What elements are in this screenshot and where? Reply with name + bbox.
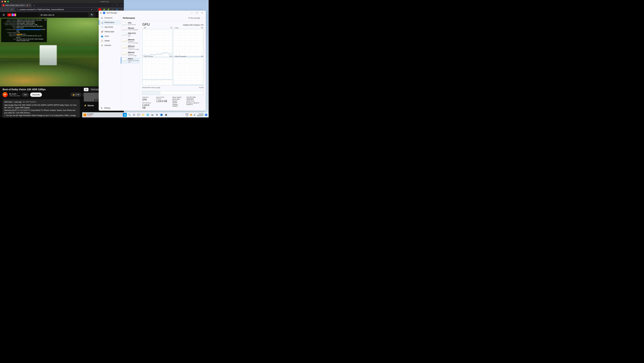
url-text: youtube.com/watch?v=7Plji8OubXU&ab_chann…	[20, 8, 90, 10]
perf-item-memory[interactable]: Memory5.4/8.0 GB (68%)	[121, 26, 140, 32]
like-button[interactable]: 👍171K	[70, 92, 82, 97]
chrome-close-button[interactable]: ✕	[119, 3, 124, 7]
channel-avatar[interactable]: 8K	[2, 92, 8, 97]
perf-item-ethernet[interactable]: EthernetEthernet 5S: 0 R: 16.0 Kbps	[121, 38, 140, 44]
lang-indicator[interactable]: ENG	[186, 113, 188, 115]
back-button[interactable]: ←	[1, 8, 4, 11]
subscribe-button[interactable]: Subscribe	[30, 92, 42, 97]
windows-taskbar: AUD/GBP -0.33% ⊞ 🔍 ⊡ 💬 📁 🌐 🛍 ⚙ 🔵 🖼 ˄ ENG…	[82, 112, 208, 118]
chevron-down-icon: ⌄	[142, 56, 144, 57]
stats-row: Video ID / sCPN7Plji8OubXU / SA9P EKGM W…	[2, 19, 46, 21]
chrome-taskbar-icon[interactable]: 🔵	[160, 113, 164, 117]
detail-title: GPU	[142, 22, 150, 26]
tm-minimize-button[interactable]: —	[189, 11, 194, 15]
stats-close-button[interactable]: [X]	[44, 19, 46, 21]
channel-name[interactable]: 8K Earth ✓	[9, 93, 20, 95]
wifi-icon[interactable]: 📶	[190, 114, 192, 116]
show-more-button[interactable]: ...more	[28, 117, 34, 118]
perf-item-gpu0[interactable]: GPU 0Intel(R) UHD Grap...22%	[121, 57, 140, 64]
tray-expand-icon[interactable]: ˄	[183, 114, 184, 116]
tm-more-options-button[interactable]: ···	[202, 17, 204, 19]
forward-button[interactable]: →	[6, 8, 9, 11]
mac-minimize-button[interactable]	[4, 1, 6, 2]
gpu-chart-3d[interactable]: ⌄3D7%	[142, 29, 172, 57]
chrome-tab-active[interactable]: ▶ Best of Dolby Vision 12K H... 🔇 ×	[1, 4, 32, 7]
search-input[interactable]	[38, 14, 88, 16]
stats-row: Viewport / Frames1318x741 / 2575 dropped…	[2, 21, 46, 22]
new-tab-button[interactable]: +	[32, 4, 36, 7]
stats-row: Mystery TextSABR, s:8 t:103.79 b:69.800-…	[2, 35, 46, 38]
tm-titlebar[interactable]: ☰ Task Manager — ☐ ✕	[99, 11, 206, 15]
stats-row: Connection Speed 571948 Kbps	[2, 29, 46, 32]
youtube-logo[interactable]	[8, 14, 16, 16]
perf-item-disk0c[interactable]: Disk 0 (C:)HDD1%	[121, 32, 140, 38]
tm-nav-services[interactable]: ⚙Services	[99, 43, 121, 48]
video-description[interactable]: 44M views 1 year ago 8K HDR VIDEOS High …	[2, 99, 80, 118]
hamburger-icon[interactable]: ☰	[2, 14, 5, 16]
store-icon[interactable]: 🛍	[150, 113, 154, 117]
chat-icon[interactable]: 💬	[136, 113, 140, 117]
tab-close-button[interactable]: ×	[29, 4, 30, 6]
stat-row: 31.0.101.5186	[186, 96, 204, 98]
chart-label[interactable]: ⌄Video Processing	[174, 56, 186, 57]
site-info-icon[interactable]: ⓘ	[16, 8, 18, 11]
chip-all[interactable]: All	[84, 88, 88, 91]
tm-close-button[interactable]: ✕	[200, 11, 204, 15]
gpu-chart-video-decode[interactable]: ⌄Video Decode22%	[142, 58, 172, 86]
sparkline	[122, 45, 127, 49]
run-new-task-button[interactable]: ⊕Run new task	[188, 17, 200, 19]
tm-nav-users[interactable]: 👥Users	[99, 34, 121, 38]
chart-label[interactable]: ⌄3D	[142, 27, 146, 28]
taskbar-widget[interactable]: AUD/GBP -0.33%	[83, 113, 94, 116]
chrome-maximize-button[interactable]: ☐	[115, 3, 119, 7]
explorer-icon[interactable]: 📁	[141, 113, 145, 117]
tm-maximize-button[interactable]: ☐	[194, 11, 200, 15]
clock-time: 1:56 AM	[198, 113, 204, 115]
system-clock[interactable]: 1:56 AM 4/08/2024	[197, 113, 204, 116]
stat-row: DirectX version:	[172, 100, 182, 104]
verified-icon: ✓	[17, 93, 18, 95]
edge-icon[interactable]: 🌐	[146, 113, 150, 117]
address-bar[interactable]: ⓘ youtube.com/watch?v=7Plji8OubXU&ab_cha…	[15, 8, 97, 12]
stat-row: Driver date:	[172, 98, 182, 100]
chart-label[interactable]: ⌄Video Decode	[142, 56, 153, 57]
nav-label: App history	[104, 26, 113, 28]
tm-menu-icon[interactable]: ☰	[100, 12, 102, 14]
perf-item-ethernet[interactable]: EthernetEthernet 6S: 30.1 R: 0.3 Mbps	[121, 44, 140, 51]
chrome-minimize-button[interactable]: —	[110, 3, 115, 7]
app-icon[interactable]: ⚙	[155, 113, 159, 117]
chart-label[interactable]: ⌄Copy	[174, 27, 178, 28]
task-view-button[interactable]: ⊡	[132, 113, 136, 117]
tm-nav-app-history[interactable]: 🕐App history	[99, 25, 121, 29]
desc-line: 》You can use this High Resolution Video …	[4, 114, 78, 118]
related-video-thumbnail[interactable]: 14:11	[84, 93, 100, 102]
reload-button[interactable]: ⟳	[10, 8, 14, 11]
mac-close-button[interactable]	[2, 1, 3, 2]
settings-label: Settings	[104, 107, 110, 109]
tm-nav-startup-apps[interactable]: 🚀Startup apps	[99, 29, 121, 34]
volume-icon[interactable]: 🔊	[194, 114, 196, 116]
tm-nav-performance[interactable]: 📊Performance	[99, 20, 121, 25]
perf-item-ethernet[interactable]: EthernetEthernet 7S: 0 R: 0 Kbps	[121, 51, 140, 57]
widget-label: AUD/GBP	[87, 113, 94, 115]
search-button[interactable]: 🔍	[88, 13, 96, 17]
tm-nav-details[interactable]: 📋Details	[99, 38, 121, 43]
tm-nav-processes[interactable]: ⊞Processes	[99, 16, 121, 20]
join-button[interactable]: Join	[22, 92, 29, 97]
bookmark-icon[interactable]: ☆	[94, 8, 96, 10]
gpu-chart-video-processing[interactable]: ⌄Video Processing0%	[173, 58, 204, 86]
tab-audio-icon[interactable]: 🔇	[26, 4, 28, 6]
tm-settings-button[interactable]: ⚙Settings	[99, 106, 121, 110]
notification-button[interactable]	[205, 114, 208, 116]
install-app-icon[interactable]: ⬇	[91, 8, 92, 10]
stats-row: Current / Optimal Res3840x2160@60 / 3840…	[2, 22, 46, 24]
stats-row: Network Activity 0 KB	[2, 32, 46, 34]
search-button[interactable]: 🔍	[128, 113, 132, 117]
mac-maximize-button[interactable]	[7, 1, 9, 2]
photos-icon[interactable]: 🖼	[164, 113, 168, 117]
perf-item-cpu[interactable]: CPU6% 3.49 GHz	[121, 21, 140, 26]
desc-line: High Quality Real 12K HDR VIDEO ULTRA HD…	[4, 104, 78, 109]
perf-detail-pane: GPU Intel(R) UHD Graphics 770 ⌄3D7%⌄Copy…	[140, 21, 206, 110]
gpu-chart-copy[interactable]: ⌄Copy0%	[173, 29, 204, 57]
start-button[interactable]: ⊞	[123, 113, 127, 117]
